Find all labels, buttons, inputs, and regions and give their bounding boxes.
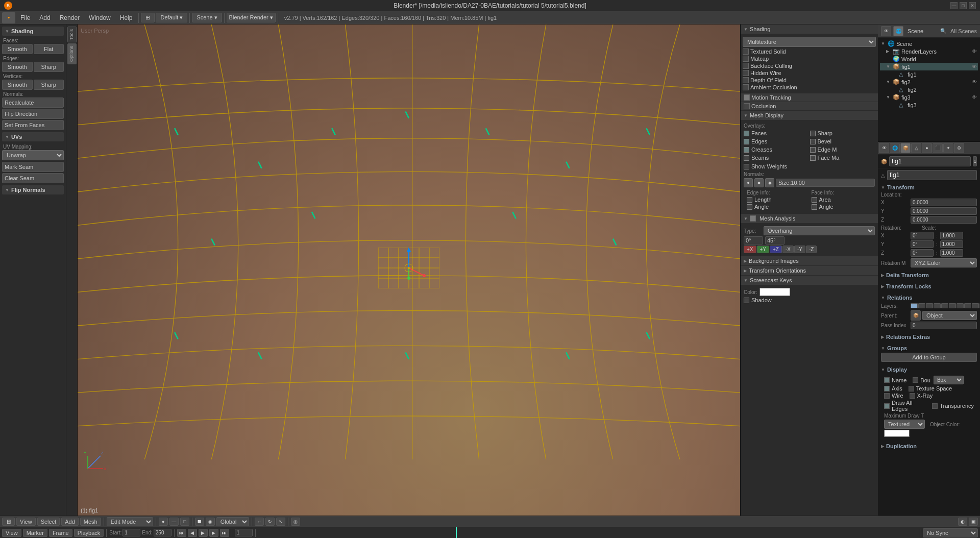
timeline-ruler[interactable] bbox=[258, 527, 917, 538]
depth-of-field-check[interactable] bbox=[743, 77, 749, 83]
plus-z-btn[interactable]: +Z bbox=[770, 246, 782, 253]
edges-sharp-btn[interactable]: Sharp bbox=[34, 62, 64, 72]
viewport[interactable]: User Persp bbox=[78, 25, 740, 516]
delta-transform-title[interactable]: ▶ Delta Transform bbox=[881, 272, 977, 278]
layout-dropdown[interactable]: Default ▾ bbox=[156, 13, 187, 22]
scale-btn[interactable]: ⤡ bbox=[276, 518, 285, 526]
normals-btn2[interactable]: ■ bbox=[754, 178, 764, 187]
tl-prev-frame-btn[interactable]: ◀ bbox=[188, 529, 197, 537]
recalculate-btn[interactable]: Recalculate bbox=[2, 97, 64, 108]
tree-world[interactable]: 🌍 World bbox=[880, 55, 978, 63]
props-tab-particles[interactable]: ✦ bbox=[943, 143, 953, 153]
render-engine-select[interactable]: Blender Render ▾ bbox=[227, 13, 276, 22]
layout-icon-btn[interactable]: ⊞ bbox=[141, 13, 155, 22]
tree-fig3-obj[interactable]: ▼ 📦 fig3 👁 bbox=[880, 93, 978, 101]
edge-angle-check[interactable] bbox=[747, 204, 752, 210]
tl-end-input[interactable] bbox=[154, 529, 172, 536]
mesh-name-input[interactable] bbox=[887, 170, 977, 180]
menu-window[interactable]: Window bbox=[85, 13, 115, 22]
x-ray-check[interactable] bbox=[910, 393, 915, 399]
scale-z-input[interactable] bbox=[940, 249, 963, 257]
normals-btn1[interactable]: ● bbox=[744, 178, 753, 187]
normals-size[interactable]: Size:10.00 bbox=[776, 179, 875, 187]
faces-check[interactable] bbox=[744, 131, 749, 136]
face-select-btn[interactable]: □ bbox=[180, 518, 189, 526]
relations-title[interactable]: ▼ Relations bbox=[881, 295, 977, 301]
relations-extras-title[interactable]: ▶ Relations Extras bbox=[881, 334, 977, 340]
hidden-wire-check[interactable] bbox=[743, 70, 749, 76]
snap-btn[interactable]: 🔲 bbox=[195, 518, 204, 526]
textured-solid-check[interactable] bbox=[743, 48, 749, 55]
n-shading-header[interactable]: Shading bbox=[741, 25, 878, 34]
layer-1[interactable] bbox=[911, 303, 918, 308]
edge-m-check[interactable] bbox=[810, 147, 816, 153]
outliner-view-tab[interactable]: 👁 bbox=[881, 26, 891, 36]
loc-y-input[interactable] bbox=[911, 207, 977, 215]
shading-section-header[interactable]: Shading bbox=[2, 27, 64, 36]
props-tab-material[interactable]: ● bbox=[922, 143, 932, 153]
plus-x-btn[interactable]: +X bbox=[744, 246, 756, 253]
face-angle-check[interactable] bbox=[812, 204, 817, 210]
backface-culling-check[interactable] bbox=[743, 63, 749, 69]
all-scenes-btn[interactable]: All Scenes bbox=[950, 28, 977, 34]
display-title[interactable]: ▼ Display bbox=[881, 366, 977, 373]
layer-2[interactable] bbox=[918, 303, 925, 308]
scene-dropdown[interactable]: Scene ▾ bbox=[192, 13, 222, 22]
parent-icon[interactable]: 📦 bbox=[911, 310, 921, 321]
menu-render[interactable]: Render bbox=[56, 13, 84, 22]
clear-seam-btn[interactable]: Clear Seam bbox=[2, 173, 64, 183]
transparency-check[interactable] bbox=[932, 403, 938, 409]
mesh-analysis-header[interactable]: Mesh Analysis bbox=[741, 214, 878, 223]
pivot-select[interactable]: Global Local Normal bbox=[216, 517, 249, 526]
edges-smooth-btn[interactable]: Smooth bbox=[2, 62, 33, 72]
fig1-eye[interactable]: 👁 bbox=[972, 64, 977, 69]
loc-x-input[interactable] bbox=[911, 199, 977, 206]
fig3-eye[interactable]: 👁 bbox=[972, 94, 977, 100]
tree-fig1-obj[interactable]: ▼ 📦 fig1 👁 bbox=[880, 63, 978, 70]
plus-y-btn[interactable]: +Y bbox=[757, 246, 770, 253]
tl-marker-btn[interactable]: Marker bbox=[23, 529, 47, 537]
props-tab-data[interactable]: △ bbox=[911, 143, 921, 153]
overlay-btn[interactable]: ◐ bbox=[958, 518, 967, 526]
mode-select[interactable]: Edit Mode Object Mode Sculpt Mode Vertex… bbox=[107, 517, 153, 526]
props-tab-view[interactable]: 👁 bbox=[879, 143, 889, 153]
edges-check[interactable] bbox=[744, 139, 749, 144]
axis-check[interactable] bbox=[884, 386, 890, 392]
groups-title[interactable]: ▼ Groups bbox=[881, 345, 977, 351]
menu-file[interactable]: File bbox=[16, 13, 34, 22]
tree-renderlayers[interactable]: ▶ 📷 RenderLayers 👁 bbox=[880, 47, 978, 55]
vtab-options[interactable]: Options bbox=[67, 43, 77, 64]
single-user-btn[interactable]: 1 bbox=[973, 156, 977, 166]
layer-5[interactable] bbox=[941, 303, 948, 308]
rot-x-input[interactable] bbox=[911, 232, 934, 239]
proportional-btn[interactable]: ◎ bbox=[291, 518, 300, 526]
vertices-sharp-btn[interactable]: Sharp bbox=[34, 80, 64, 90]
layer-9[interactable] bbox=[972, 303, 979, 308]
tl-next-key-btn[interactable]: ⏭ bbox=[220, 529, 229, 537]
matcap-check[interactable] bbox=[743, 56, 749, 62]
shadow-check[interactable] bbox=[744, 298, 749, 303]
tl-playback-btn[interactable]: Playback bbox=[74, 529, 104, 537]
scale-x-input[interactable] bbox=[940, 232, 963, 239]
range-max-input[interactable] bbox=[765, 236, 785, 244]
face-ma-check[interactable] bbox=[810, 155, 816, 161]
transform-title[interactable]: ▼ Transform bbox=[881, 184, 977, 190]
sharp-check[interactable] bbox=[810, 131, 816, 136]
close-button[interactable]: ✕ bbox=[969, 2, 976, 9]
parent-select[interactable]: Object bbox=[922, 311, 977, 320]
tree-fig1-mesh[interactable]: △ fig1 bbox=[880, 70, 978, 78]
minus-z-btn[interactable]: -Z bbox=[806, 246, 817, 253]
minimize-button[interactable]: — bbox=[950, 2, 958, 9]
mark-seam-btn[interactable]: Mark Seam bbox=[2, 162, 64, 172]
draw-all-edges-check[interactable] bbox=[884, 403, 890, 409]
tl-start-input[interactable] bbox=[122, 529, 140, 536]
type-select[interactable]: Overhang Thickness bbox=[764, 226, 875, 235]
rot-z-input[interactable] bbox=[911, 249, 934, 257]
bou-check[interactable] bbox=[913, 377, 918, 383]
edge-select-btn[interactable]: — bbox=[169, 518, 179, 526]
add-to-group-btn[interactable]: Add to Group bbox=[881, 353, 977, 362]
tree-fig2-obj[interactable]: ▼ 📦 fig2 👁 bbox=[880, 78, 978, 86]
shading-mode-dropdown[interactable]: Multitexture GLSL bbox=[743, 37, 876, 47]
vertices-smooth-btn[interactable]: Smooth bbox=[2, 80, 33, 90]
add-menu-btn[interactable]: Add bbox=[61, 518, 79, 526]
